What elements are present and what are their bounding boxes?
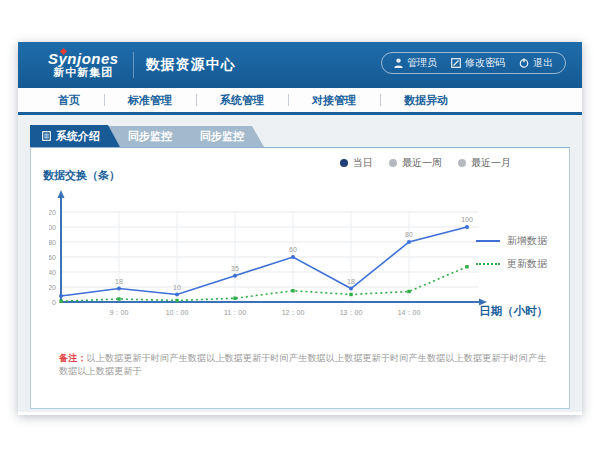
logo-text-cn: 新中新集团 — [48, 67, 119, 79]
nav-item-system-mgmt[interactable]: 系统管理 — [196, 88, 288, 112]
time-range-filter: 当日 最近一周 最近一月 — [340, 156, 511, 170]
page-title: 数据资源中心 — [146, 56, 236, 74]
radio-unselected-icon — [458, 159, 466, 167]
data-point-label: 18 — [115, 278, 123, 285]
data-point — [233, 297, 236, 300]
data-point-label: 35 — [231, 265, 239, 272]
data-point — [291, 289, 294, 292]
chart-card: 当日 最近一周 最近一月 数据交换（条） 0204060801001209：00… — [30, 147, 570, 409]
tab-sync-monitor-1[interactable]: 同步监控 — [108, 126, 192, 147]
main-nav: 首页 标准管理 系统管理 对接管理 数据异动 — [18, 88, 582, 115]
tab-bar: 系统介绍 同步监控 同步监控 — [30, 125, 582, 147]
y-axis-arrow-icon — [58, 190, 65, 198]
data-point — [59, 294, 63, 298]
x-tick-label: 11：00 — [224, 309, 246, 316]
tab-label: 系统介绍 — [56, 125, 100, 147]
tab-system-intro[interactable]: 系统介绍 — [30, 125, 120, 147]
radio-selected-icon — [340, 159, 348, 167]
nav-item-interface-mgmt[interactable]: 对接管理 — [288, 88, 380, 112]
data-point — [117, 287, 121, 291]
data-point-label: 60 — [289, 246, 297, 253]
nav-item-home[interactable]: 首页 — [34, 88, 104, 112]
change-password-label: 修改密码 — [465, 56, 505, 70]
x-tick-label: 10：00 — [166, 309, 189, 316]
nav-item-standard-mgmt[interactable]: 标准管理 — [104, 88, 196, 112]
user-icon — [394, 58, 403, 68]
y-tick-label: 100 — [49, 224, 56, 231]
radio-last-month[interactable]: 最近一月 — [458, 156, 511, 170]
radio-today-label: 当日 — [353, 156, 373, 170]
exchange-chart: 0204060801001209：0010：0011：0012：0013：001… — [49, 184, 499, 324]
data-point — [465, 225, 469, 229]
app-window: Synjones 新中新集团 数据资源中心 管理员 修改密码 — [18, 42, 582, 415]
data-point — [291, 255, 295, 259]
admin-user-button[interactable]: 管理员 — [394, 56, 437, 70]
legend-item-new-data: 新增数据 — [476, 234, 547, 248]
change-password-button[interactable]: 修改密码 — [451, 56, 505, 70]
data-point-label: 80 — [405, 231, 413, 238]
data-point-label: 18 — [347, 278, 355, 285]
data-point — [59, 300, 62, 303]
data-point — [407, 290, 410, 293]
y-tick-label: 120 — [49, 209, 56, 216]
footnote: 备注：以上数据更新于时间产生数据以上数据更新于时间产生数据以上数据更新于时间产生… — [59, 352, 553, 378]
legend-line-dotted-icon — [476, 263, 500, 265]
logout-label: 退出 — [533, 56, 553, 70]
data-point — [407, 240, 411, 244]
data-point — [349, 287, 353, 291]
x-tick-label: 13：00 — [340, 309, 363, 316]
footnote-label: 备注： — [59, 353, 87, 363]
power-icon — [519, 58, 529, 68]
data-point — [117, 297, 120, 300]
y-axis-title: 数据交换（条） — [43, 168, 120, 183]
y-tick-label: 60 — [49, 254, 56, 261]
tab-sync-monitor-2[interactable]: 同步监控 — [180, 126, 264, 147]
nav-item-data-change[interactable]: 数据异动 — [380, 88, 472, 112]
radio-last-month-label: 最近一月 — [471, 156, 511, 170]
header-divider — [133, 52, 134, 78]
chart-legend: 新增数据 更新数据 — [476, 234, 547, 271]
y-tick-label: 20 — [49, 284, 56, 291]
data-point — [349, 293, 352, 296]
footnote-text: 以上数据更新于时间产生数据以上数据更新于时间产生数据以上数据更新于时间产生数据以… — [59, 353, 547, 376]
radio-today[interactable]: 当日 — [340, 156, 373, 170]
legend-label: 新增数据 — [507, 234, 547, 248]
radio-unselected-icon — [389, 159, 397, 167]
data-point — [233, 274, 237, 278]
data-point-label: 10 — [173, 284, 181, 291]
radio-last-week[interactable]: 最近一周 — [389, 156, 442, 170]
document-icon — [42, 131, 51, 141]
logout-button[interactable]: 退出 — [519, 56, 553, 70]
legend-item-updated-data: 更新数据 — [476, 257, 547, 271]
content-area: 系统介绍 同步监控 同步监控 当日 最近一周 最近一月 数据交 — [18, 115, 582, 412]
radio-last-week-label: 最近一周 — [402, 156, 442, 170]
logo: Synjones 新中新集团 — [48, 51, 119, 78]
x-tick-label: 12：00 — [282, 309, 305, 316]
data-point — [175, 299, 178, 302]
x-tick-label: 14：00 — [398, 309, 421, 316]
user-toolbar: 管理员 修改密码 退出 — [381, 52, 566, 74]
admin-label: 管理员 — [407, 56, 437, 70]
legend-line-solid-icon — [476, 240, 500, 242]
app-header: Synjones 新中新集团 数据资源中心 管理员 修改密码 — [18, 42, 582, 88]
legend-label: 更新数据 — [507, 257, 547, 271]
y-tick-label: 0 — [52, 299, 56, 306]
y-tick-label: 40 — [49, 269, 56, 276]
data-point — [175, 293, 179, 297]
data-point-label: 100 — [461, 216, 473, 223]
edit-icon — [451, 58, 461, 68]
logo-text-en: Synjones — [48, 51, 119, 67]
y-tick-label: 80 — [49, 239, 56, 246]
x-tick-label: 9：00 — [110, 309, 129, 316]
x-axis-title: 日期（小时） — [479, 304, 548, 319]
data-point — [465, 265, 468, 268]
